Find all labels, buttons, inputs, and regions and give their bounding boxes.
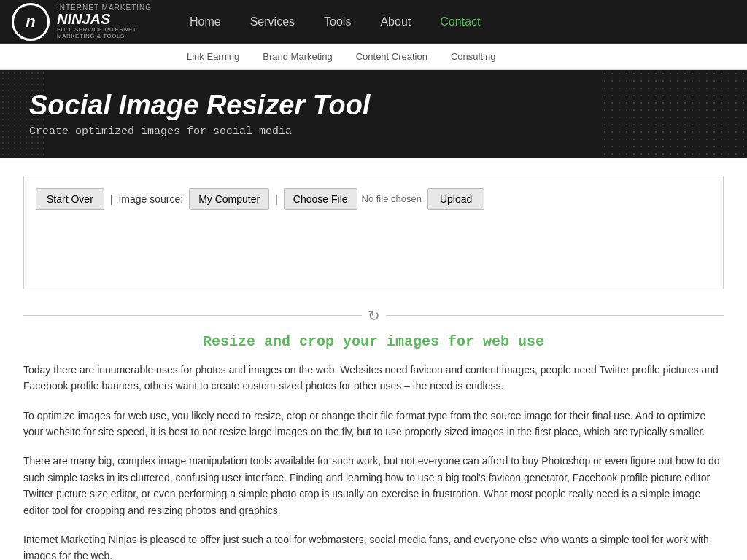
paragraph-1: Today there are innumerable uses for pho… (23, 362, 724, 394)
sub-nav-link-earning[interactable]: Link Earning (175, 51, 251, 62)
nav-about[interactable]: About (365, 0, 425, 43)
main-nav: Home Services Tools About Contact (175, 0, 747, 43)
logo-circle-icon: n (12, 3, 50, 41)
tool-controls: Start Over | Image source: My Computer |… (36, 188, 711, 210)
nav-tools[interactable]: Tools (309, 0, 365, 43)
nav-home[interactable]: Home (175, 0, 236, 43)
file-input-wrapper: Choose File No file chosen (284, 188, 422, 210)
sub-nav-consulting[interactable]: Consulting (439, 51, 507, 62)
image-source-label: Image source: (118, 193, 183, 205)
divider-pipe-2: | (275, 193, 278, 205)
tool-box: Start Over | Image source: My Computer |… (23, 176, 724, 289)
main-content: Start Over | Image source: My Computer |… (9, 176, 738, 560)
logo[interactable]: n INTERNET MARKETING NINJAS FULL SERVICE… (0, 3, 175, 41)
divider-pipe-1: | (110, 193, 113, 205)
logo-line3: FULL SERVICE INTERNET MARKETING & TOOLS (57, 26, 175, 39)
tool-body (36, 219, 711, 277)
sub-nav-brand-marketing[interactable]: Brand Marketing (251, 51, 344, 62)
logo-line2: NINJAS (57, 12, 175, 26)
top-section-divider: ↻ (23, 307, 724, 324)
nav-contact[interactable]: Contact (425, 0, 495, 43)
hero-title: Social Image Resizer Tool (29, 90, 718, 121)
divider-icon: ↻ (368, 307, 380, 324)
paragraph-3: There are many big, complex image manipu… (23, 453, 724, 518)
divider-line-right (386, 315, 724, 316)
no-file-text: No file chosen (362, 193, 422, 204)
top-navigation: n INTERNET MARKETING NINJAS FULL SERVICE… (0, 0, 747, 44)
nav-services[interactable]: Services (236, 0, 309, 43)
divider-line-left (23, 315, 362, 316)
logo-symbol: n (26, 12, 35, 31)
paragraph-4: Internet Marketing Ninjas is pleased to … (23, 532, 724, 560)
section-heading: Resize and crop your images for web use (23, 333, 724, 350)
my-computer-button[interactable]: My Computer (189, 188, 269, 210)
upload-button[interactable]: Upload (427, 188, 484, 210)
start-over-button[interactable]: Start Over (36, 188, 104, 210)
sub-navigation: Link Earning Brand Marketing Content Cre… (0, 44, 747, 70)
hero-subtitle: Create optimized images for social media (29, 125, 718, 138)
sub-nav-content-creation[interactable]: Content Creation (344, 51, 439, 62)
logo-text: INTERNET MARKETING NINJAS FULL SERVICE I… (57, 4, 175, 39)
paragraph-2: To optimize images for web use, you like… (23, 408, 724, 440)
hero-banner: Social Image Resizer Tool Create optimiz… (0, 70, 747, 158)
choose-file-button[interactable]: Choose File (284, 188, 357, 210)
